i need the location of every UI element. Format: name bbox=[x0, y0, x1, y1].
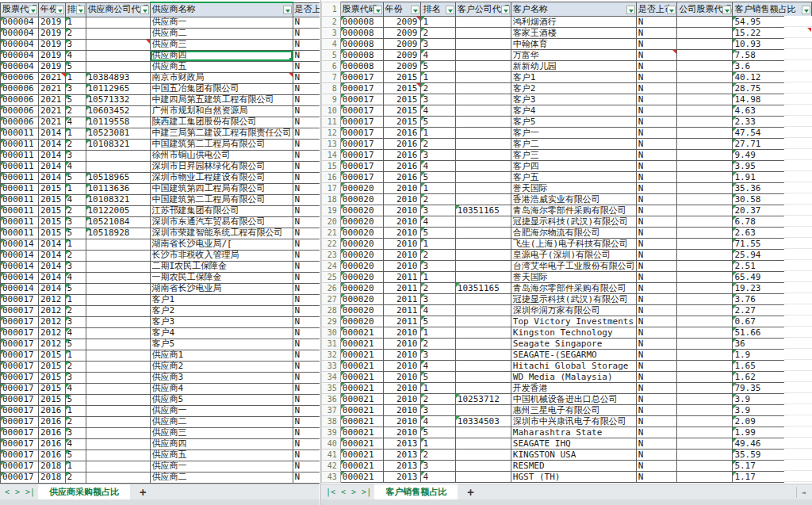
cell[interactable]: 5 bbox=[65, 394, 86, 405]
cell[interactable]: 供应商二 bbox=[150, 472, 293, 483]
cell[interactable] bbox=[455, 94, 511, 105]
cell[interactable]: 4 bbox=[65, 161, 86, 172]
cell[interactable]: 供应商二 bbox=[150, 28, 293, 39]
column-header-name[interactable]: 供应商名称 bbox=[150, 2, 293, 17]
nav-arrow-icon[interactable]: >| bbox=[362, 488, 371, 496]
cell[interactable] bbox=[455, 261, 511, 272]
cell[interactable]: 2 bbox=[65, 361, 86, 372]
cell[interactable]: 2 bbox=[421, 283, 455, 294]
cell[interactable] bbox=[86, 438, 150, 450]
cell[interactable]: 10351165 bbox=[455, 283, 511, 294]
cell[interactable]: 000017 bbox=[1, 427, 39, 438]
cell[interactable] bbox=[86, 316, 150, 327]
cell[interactable]: 4 bbox=[421, 50, 455, 61]
cell[interactable]: 000017 bbox=[1, 416, 39, 427]
cell[interactable] bbox=[86, 372, 150, 383]
cell[interactable]: 1 bbox=[421, 327, 455, 339]
cell[interactable]: 客户五 bbox=[511, 172, 636, 183]
cell[interactable]: 5 bbox=[421, 61, 455, 72]
cell[interactable]: N bbox=[293, 272, 320, 283]
column-header-rank[interactable]: 排名 bbox=[65, 2, 86, 17]
row-header[interactable]: 41 bbox=[322, 450, 341, 461]
cell[interactable] bbox=[86, 461, 150, 472]
cell[interactable]: 2010 bbox=[383, 416, 421, 427]
cell[interactable]: 新新幼儿园 bbox=[511, 61, 636, 72]
cell[interactable]: N bbox=[636, 294, 677, 305]
cell[interactable] bbox=[455, 72, 511, 83]
cell[interactable]: 000017 bbox=[1, 305, 39, 316]
cell[interactable]: 1 bbox=[421, 72, 455, 83]
cell[interactable] bbox=[677, 450, 733, 461]
cell[interactable]: N bbox=[293, 194, 320, 205]
column-header-scode[interactable]: 供应商公司代码 bbox=[86, 2, 150, 17]
cell[interactable]: 000004 bbox=[1, 17, 39, 28]
row-header[interactable]: 35 bbox=[322, 383, 341, 394]
cell[interactable]: N bbox=[293, 205, 320, 216]
cell[interactable]: 长沙市非税收入管理局 bbox=[150, 250, 293, 261]
cell[interactable]: 2016 bbox=[39, 427, 66, 438]
cell[interactable]: 1 bbox=[421, 128, 455, 139]
cell[interactable]: 2010 bbox=[383, 350, 421, 361]
cell[interactable]: 客户1 bbox=[150, 294, 293, 305]
cell[interactable] bbox=[455, 461, 511, 472]
nav-arrow-icon[interactable]: < bbox=[5, 488, 10, 496]
cell[interactable]: 000017 bbox=[340, 150, 383, 161]
cell[interactable]: 2 bbox=[65, 416, 86, 427]
cell[interactable] bbox=[677, 128, 733, 139]
cell[interactable]: 3 bbox=[65, 316, 86, 327]
cell[interactable] bbox=[677, 372, 733, 383]
cell[interactable]: 000011 bbox=[1, 183, 39, 194]
cell[interactable]: N bbox=[636, 61, 677, 72]
cell[interactable] bbox=[455, 305, 511, 316]
cell[interactable]: 10603452 bbox=[86, 105, 150, 117]
cell[interactable] bbox=[677, 250, 733, 261]
cell[interactable]: 10334503 bbox=[455, 416, 511, 427]
cell[interactable]: 10523081 bbox=[86, 128, 150, 139]
cell[interactable]: N bbox=[636, 416, 677, 427]
cell[interactable]: 000017 bbox=[340, 117, 383, 128]
filter-dropdown-icon[interactable] bbox=[446, 6, 454, 14]
cell[interactable]: 2010 bbox=[383, 216, 421, 228]
cell[interactable] bbox=[455, 327, 511, 339]
nav-arrow-icon[interactable]: > bbox=[15, 488, 20, 496]
cell[interactable]: 2019 bbox=[39, 39, 66, 50]
cell[interactable]: 2010 bbox=[383, 228, 421, 239]
cell[interactable]: 惠州三星电子有限公司 bbox=[511, 405, 636, 416]
cell[interactable]: 南京市财政局 bbox=[150, 72, 293, 83]
cell[interactable] bbox=[86, 150, 150, 161]
cell[interactable]: 2009 bbox=[383, 39, 421, 50]
cell[interactable]: 2015 bbox=[39, 383, 66, 394]
cell[interactable]: 5 bbox=[65, 339, 86, 350]
cell[interactable]: 2014 bbox=[39, 250, 66, 261]
cell[interactable]: N bbox=[293, 161, 320, 172]
add-sheet-button[interactable]: + bbox=[140, 486, 146, 499]
cell[interactable]: 2011 bbox=[383, 305, 421, 316]
cell[interactable]: N bbox=[636, 17, 677, 28]
cell[interactable]: 供应商1 bbox=[150, 350, 293, 361]
cell[interactable]: SEAGATE IHQ bbox=[511, 438, 636, 450]
cell[interactable] bbox=[86, 283, 150, 294]
cell[interactable]: 2 bbox=[421, 28, 455, 39]
cell[interactable]: 中国机械设备进出口总公司 bbox=[511, 394, 636, 405]
cell[interactable]: N bbox=[293, 94, 320, 105]
cell[interactable]: 000014 bbox=[1, 261, 39, 272]
cell[interactable]: N bbox=[636, 405, 677, 416]
nav-arrow-icon[interactable]: > bbox=[351, 488, 356, 496]
cell[interactable]: 000020 bbox=[340, 316, 383, 327]
cell[interactable]: 000017 bbox=[340, 139, 383, 150]
sheet-nav-icons[interactable]: |<<>>| bbox=[326, 488, 371, 496]
cell[interactable]: N bbox=[293, 128, 320, 139]
cell[interactable]: N bbox=[293, 350, 320, 361]
cell[interactable]: N bbox=[636, 472, 677, 483]
cell[interactable]: N bbox=[636, 450, 677, 461]
selection-fill-handle[interactable] bbox=[289, 58, 293, 61]
filter-dropdown-icon[interactable] bbox=[29, 6, 37, 14]
cell[interactable]: N bbox=[293, 372, 320, 383]
cell[interactable]: 5 bbox=[421, 172, 455, 183]
row-header[interactable]: 40 bbox=[322, 438, 341, 450]
cell[interactable]: 2018 bbox=[39, 461, 66, 472]
cell[interactable]: 2016 bbox=[383, 128, 421, 139]
row-header[interactable]: 13 bbox=[322, 139, 341, 150]
cell[interactable] bbox=[677, 327, 733, 339]
cell[interactable]: Top Victory Investments bbox=[511, 316, 636, 327]
